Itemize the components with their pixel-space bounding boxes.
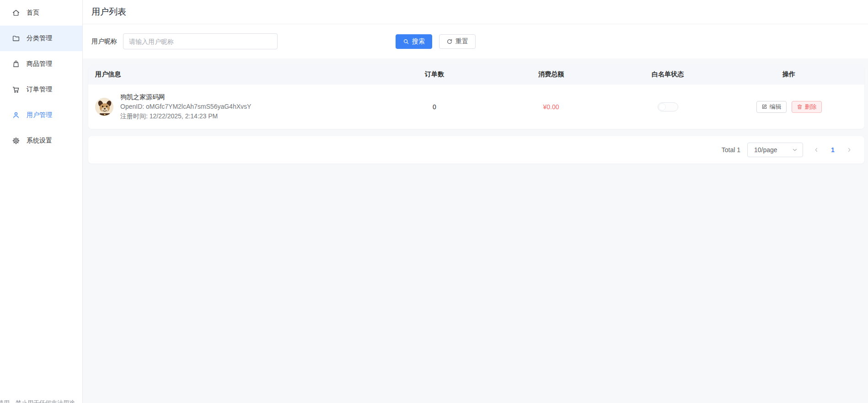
user-info-cell: 狗凯之家源码网 OpenID: oMGfc7YM2lcAh7smS56yaG4h… <box>88 92 389 121</box>
main-content: 用户列表 用户昵称 搜索 重置 用户信息 订单数 <box>83 0 868 403</box>
page-header: 用户列表 <box>83 0 868 24</box>
sidebar-item-label: 系统设置 <box>27 137 52 145</box>
sidebar-item-products[interactable]: 商品管理 <box>0 51 82 77</box>
folder-icon <box>12 34 20 42</box>
user-openid: OpenID: oMGfc7YM2lcAh7smS56yaG4hXvsY <box>120 102 251 111</box>
edit-icon <box>761 104 767 110</box>
gear-icon <box>12 137 20 145</box>
sidebar-item-label: 订单管理 <box>27 85 52 94</box>
reset-button[interactable]: 重置 <box>439 34 476 49</box>
content-area: 用户信息 订单数 消费总额 白名单状态 操作 <box>83 58 868 164</box>
sidebar-item-label: 用户管理 <box>27 111 52 119</box>
search-bar: 用户昵称 搜索 重置 <box>83 24 868 58</box>
chevron-right-icon <box>846 147 852 153</box>
pagination-card: Total 1 10/page 1 <box>88 136 864 164</box>
user-text-block: 狗凯之家源码网 OpenID: oMGfc7YM2lcAh7smS56yaG4h… <box>120 92 251 121</box>
delete-button[interactable]: 删除 <box>792 101 822 113</box>
footer-disclaimer: 使用，禁止用于任何非法用途 <box>0 399 75 403</box>
user-icon <box>12 111 20 119</box>
sidebar-item-categories[interactable]: 分类管理 <box>0 26 82 51</box>
trash-icon <box>797 104 803 110</box>
toggle-knob <box>659 103 666 111</box>
total-spent-value: ¥0.00 <box>480 103 622 111</box>
col-user-info: 用户信息 <box>88 70 389 79</box>
chevron-down-icon <box>792 147 798 153</box>
col-actions: 操作 <box>713 70 864 79</box>
page-title: 用户列表 <box>91 6 126 18</box>
sidebar-item-label: 商品管理 <box>27 60 52 68</box>
table-header-row: 用户信息 订单数 消费总额 白名单状态 操作 <box>88 64 864 85</box>
sidebar-item-label: 分类管理 <box>27 34 52 42</box>
nickname-label: 用户昵称 <box>91 37 117 46</box>
next-page-button[interactable] <box>843 143 856 156</box>
col-order-count: 订单数 <box>389 70 480 79</box>
whitelist-toggle[interactable] <box>658 102 678 111</box>
pagination-total: Total 1 <box>722 146 740 154</box>
user-nickname: 狗凯之家源码网 <box>120 92 251 102</box>
avatar <box>95 98 113 116</box>
search-button[interactable]: 搜索 <box>396 34 432 49</box>
user-register-time: 注册时间: 12/22/2025, 2:14:23 PM <box>120 111 251 121</box>
sidebar-item-label: 首页 <box>27 9 39 17</box>
order-count-value: 0 <box>389 103 480 111</box>
home-icon <box>12 9 20 17</box>
sidebar-item-home[interactable]: 首页 <box>0 0 82 26</box>
sidebar-item-settings[interactable]: 系统设置 <box>0 128 82 154</box>
cart-icon <box>12 85 20 94</box>
col-total-spent: 消费总额 <box>480 70 622 79</box>
search-icon <box>403 38 409 45</box>
whitelist-cell <box>622 102 713 111</box>
nickname-input[interactable] <box>123 33 278 49</box>
prev-page-button[interactable] <box>810 143 823 156</box>
user-table-card: 用户信息 订单数 消费总额 白名单状态 操作 <box>88 64 864 129</box>
sidebar-item-users[interactable]: 用户管理 <box>0 102 82 128</box>
row-actions: 编辑 删除 <box>713 101 864 113</box>
page-number-1[interactable]: 1 <box>826 143 839 156</box>
chevron-left-icon <box>813 147 820 153</box>
bag-icon <box>12 60 20 68</box>
table-row: 狗凯之家源码网 OpenID: oMGfc7YM2lcAh7smS56yaG4h… <box>88 85 864 129</box>
edit-button[interactable]: 编辑 <box>756 101 787 113</box>
sidebar: 首页 分类管理 商品管理 订单管理 用户管理 系统设置 <box>0 0 83 403</box>
refresh-icon <box>446 38 453 45</box>
search-actions: 搜索 重置 <box>396 34 476 49</box>
sidebar-item-orders[interactable]: 订单管理 <box>0 77 82 102</box>
col-whitelist-status: 白名单状态 <box>622 70 713 79</box>
pager: 1 <box>810 143 856 156</box>
page-size-select[interactable]: 10/page <box>747 143 803 157</box>
